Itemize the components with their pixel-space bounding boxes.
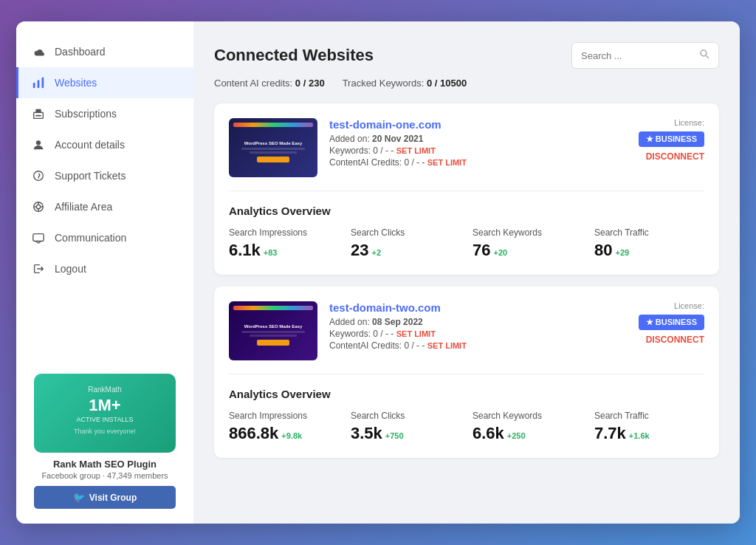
set-limit-keywords[interactable]: SET LIMIT	[396, 146, 436, 155]
analytics-item-2: Search Keywords 76 +20	[472, 227, 583, 260]
promo-plugin-name: Rank Math SEO Plugin	[34, 459, 176, 470]
svg-point-9	[36, 205, 40, 208]
websites-container: WordPress SEO Made Easy test-domain-one.…	[214, 103, 719, 458]
analytics-label: Search Impressions	[229, 411, 339, 421]
website-card-0: WordPress SEO Made Easy test-domain-one.…	[214, 103, 719, 275]
site-keywords: Keywords: 0 / - - SET LIMIT	[329, 145, 627, 156]
analytics-title: Analytics Overview	[229, 388, 704, 400]
thumb-line	[250, 151, 298, 154]
printer-icon	[31, 106, 46, 121]
svg-rect-0	[33, 83, 35, 88]
page-header: Connected Websites	[214, 42, 719, 69]
site-contentai: ContentAI Credits: 0 / - - SET LIMIT	[329, 340, 627, 351]
analytics-value-row: 80 +29	[594, 241, 704, 260]
set-limit-contentai[interactable]: SET LIMIT	[427, 341, 467, 350]
thumb-bar	[233, 123, 313, 127]
sidebar-label: Communication	[55, 232, 126, 244]
license-col: License: ★ BUSINESS DISCONNECT	[639, 301, 704, 345]
sidebar-label: Account details	[55, 139, 125, 151]
analytics-item-2: Search Keywords 6.6k +250	[472, 411, 583, 443]
promo-thanks: Thank you everyone!	[46, 428, 164, 435]
analytics-label: Search Traffic	[594, 411, 704, 421]
credits-value: 0 / 230	[295, 78, 325, 89]
analytics-delta: +83	[264, 248, 278, 257]
thumb-content: WordPress SEO Made Easy	[233, 313, 313, 356]
analytics-label: Search Clicks	[351, 411, 461, 421]
visit-group-button[interactable]: 🐦 Visit Group	[34, 486, 176, 509]
promo-logo-text: RankMath	[46, 385, 164, 394]
analytics-delta: +250	[507, 431, 526, 440]
analytics-item-0: Search Impressions 866.8k +9.8k	[229, 411, 339, 443]
analytics-delta: +2	[371, 248, 381, 257]
analytics-delta: +1.6k	[629, 431, 650, 440]
user-icon	[31, 137, 46, 152]
search-box[interactable]	[571, 42, 719, 69]
set-limit-contentai[interactable]: SET LIMIT	[427, 158, 467, 167]
keywords-value: 0 / 10500	[427, 78, 467, 89]
analytics-value: 866.8k	[229, 424, 278, 443]
credits-label: Content AI credits:	[214, 78, 292, 89]
keywords-label: Tracked Keywords:	[343, 78, 425, 89]
sidebar-item-subscriptions[interactable]: Subscriptions	[16, 98, 193, 129]
sidebar-item-account[interactable]: Account details	[16, 129, 193, 160]
svg-point-7	[34, 171, 44, 181]
site-thumbnail: WordPress SEO Made Easy	[229, 301, 317, 360]
analytics-item-0: Search Impressions 6.1k +83	[229, 227, 339, 260]
promo-big-number: 1M+	[46, 397, 164, 414]
analytics-section: Analytics Overview Search Impressions 86…	[229, 388, 704, 443]
site-added: Added on: 08 Sep 2022	[329, 317, 627, 327]
main-content: Connected Websites Content AI credits: 0…	[193, 21, 740, 524]
analytics-label: Search Keywords	[472, 411, 583, 421]
page-title: Connected Websites	[214, 46, 374, 65]
site-info-row: WordPress SEO Made Easy test-domain-two.…	[229, 301, 704, 374]
sidebar-item-dashboard[interactable]: Dashboard	[16, 36, 193, 67]
site-added: Added on: 20 Nov 2021	[329, 134, 627, 144]
sidebar-nav: Dashboard Websites Subscriptions	[16, 36, 193, 362]
cloud-icon	[31, 44, 46, 59]
app-container: Dashboard Websites Subscriptions	[16, 21, 740, 524]
set-limit-keywords[interactable]: SET LIMIT	[396, 329, 436, 338]
credits-display: Content AI credits: 0 / 230	[214, 78, 325, 89]
site-name: test-domain-one.com	[329, 118, 627, 131]
svg-point-6	[36, 140, 41, 145]
promo-card: RankMath 1M+ ACTIVE INSTALLS Thank you e…	[34, 374, 176, 453]
analytics-value: 80	[594, 241, 612, 260]
disconnect-button[interactable]: DISCONNECT	[646, 335, 704, 345]
sidebar-label: Logout	[55, 263, 86, 275]
svg-rect-2	[42, 78, 44, 88]
svg-rect-1	[38, 80, 40, 88]
promo-group-desc: Facebook group · 47,349 members	[34, 471, 176, 480]
keywords-display: Tracked Keywords: 0 / 10500	[343, 78, 467, 89]
svg-rect-5	[35, 115, 41, 117]
analytics-value: 76	[472, 241, 490, 260]
sidebar-item-affiliate[interactable]: Affiliate Area	[16, 191, 193, 222]
sidebar-item-websites[interactable]: Websites	[16, 67, 193, 98]
sidebar-label: Affiliate Area	[55, 201, 112, 213]
thumb-btn	[257, 340, 289, 346]
analytics-value-row: 3.5k +750	[351, 424, 461, 443]
analytics-value-row: 7.7k +1.6k	[594, 424, 704, 443]
thumb-btn	[257, 157, 289, 162]
analytics-value-row: 866.8k +9.8k	[229, 424, 339, 443]
sidebar-item-logout[interactable]: Logout	[16, 253, 193, 284]
disconnect-button[interactable]: DISCONNECT	[646, 151, 704, 162]
sidebar-item-communication[interactable]: Communication	[16, 222, 193, 253]
analytics-section: Analytics Overview Search Impressions 6.…	[229, 205, 704, 260]
analytics-grid: Search Impressions 6.1k +83 Search Click…	[229, 227, 704, 260]
svg-rect-4	[35, 109, 41, 113]
analytics-value: 6.1k	[229, 241, 261, 260]
sidebar: Dashboard Websites Subscriptions	[16, 21, 193, 524]
sidebar-item-support[interactable]: Support Tickets	[16, 160, 193, 191]
analytics-label: Search Keywords	[472, 227, 583, 238]
site-contentai: ContentAI Credits: 0 / - - SET LIMIT	[329, 157, 627, 168]
site-name: test-domain-two.com	[329, 301, 627, 314]
site-info-row: WordPress SEO Made Easy test-domain-one.…	[229, 118, 704, 191]
sidebar-label: Subscriptions	[55, 108, 117, 120]
site-details: test-domain-one.com Added on: 20 Nov 202…	[329, 118, 627, 169]
analytics-item-1: Search Clicks 3.5k +750	[351, 411, 461, 443]
site-thumbnail: WordPress SEO Made Easy	[229, 118, 317, 177]
thumb-bar	[233, 306, 313, 310]
visit-group-label: Visit Group	[89, 493, 137, 503]
thumb-heading: WordPress SEO Made Easy	[244, 324, 303, 329]
search-input[interactable]	[581, 50, 693, 61]
